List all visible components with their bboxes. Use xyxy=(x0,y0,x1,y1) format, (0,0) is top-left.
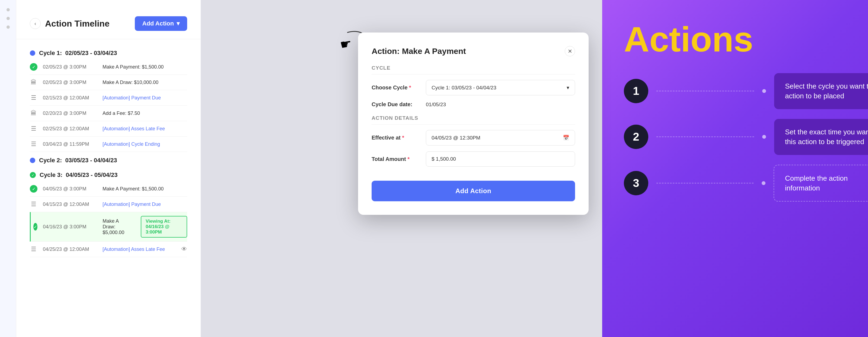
step-1-row: 1 Select the cycle you want the action t… xyxy=(624,73,868,109)
row-action: [Automation] Payment Due xyxy=(102,202,161,207)
connector-dot-3 xyxy=(762,181,766,185)
step-2-text: Set the exact time you want this action … xyxy=(785,128,868,146)
list-icon: ☰ xyxy=(30,94,37,102)
row-time: 03/04/23 @ 11:59PM xyxy=(43,141,97,147)
cycle-due-date-label: Cycle Due date: xyxy=(372,101,421,107)
table-row: ✓ 02/05/23 @ 3:00PM Make A Payment: $1,5… xyxy=(30,59,187,75)
check-icon: ✓ xyxy=(33,223,37,231)
required-marker: * xyxy=(409,85,411,91)
eye-icon[interactable]: 👁 xyxy=(181,246,187,253)
step-3-box: Complete the action information xyxy=(774,165,868,202)
row-action: [Automation] Payment Due xyxy=(102,95,161,101)
table-row: ☰ 02/15/23 @ 12:00AM [Automation] Paymen… xyxy=(30,90,187,106)
back-icon: ‹ xyxy=(34,21,36,27)
page-title: Action Timeline xyxy=(45,19,110,29)
add-action-button[interactable]: Add Action ▾ xyxy=(135,16,187,31)
chevron-down-icon: ▾ xyxy=(177,20,180,27)
row-time: 04/25/23 @ 12:00AM xyxy=(43,246,97,252)
action-details-section-label: Action Details xyxy=(372,115,575,125)
list-icon: ☰ xyxy=(30,245,37,253)
close-icon: ✕ xyxy=(568,48,572,55)
step-3-circle: 3 xyxy=(624,171,648,195)
modal-close-button[interactable]: ✕ xyxy=(565,46,575,56)
step-2-box: Set the exact time you want this action … xyxy=(774,119,868,155)
sidebar-nav-dot xyxy=(6,26,10,29)
timeline-panel: ‹ Action Timeline Add Action ▾ Cycle 1: … xyxy=(16,0,201,337)
effective-at-row: Effective at * 04/05/23 @ 12:30PM 📅 xyxy=(372,130,575,145)
cycle-3-label: Cycle 3: 04/05/23 - 05/04/23 xyxy=(40,171,118,178)
viewing-at-badge: Viewing At: 04/16/23 @ 3:00PM xyxy=(141,216,187,238)
table-row: ☰ 04/15/23 @ 12:00AM [Automation] Paymen… xyxy=(30,197,187,212)
list-icon: ☰ xyxy=(30,140,37,148)
choose-cycle-row: Choose Cycle * Cycle 1: 03/05/23 - 04/04… xyxy=(372,80,575,95)
row-action: Make A Draw: $5,000.00 xyxy=(102,218,131,235)
row-time: 02/20/23 @ 3:00PM xyxy=(43,110,97,116)
bank-icon: 🏛 xyxy=(30,109,37,117)
total-amount-label: Total Amount * xyxy=(372,156,421,162)
header-left: ‹ Action Timeline xyxy=(30,18,110,29)
dashed-line-3 xyxy=(656,183,753,183)
step-2-row: 2 Set the exact time you want this actio… xyxy=(624,119,868,155)
choose-cycle-label: Choose Cycle * xyxy=(372,85,421,91)
cycle-select-value: Cycle 1: 03/05/23 - 04/04/23 xyxy=(432,85,496,91)
step-1-circle: 1 xyxy=(624,79,648,103)
row-time: 04/05/23 @ 3:00PM xyxy=(43,186,97,192)
sidebar-nav-dot xyxy=(6,17,10,20)
right-panel: Actions 1 Select the cycle you want the … xyxy=(602,0,868,337)
total-amount-value: $ 1,500.00 xyxy=(432,156,456,162)
row-time: 02/05/23 @ 3:00PM xyxy=(43,80,97,85)
effective-at-input[interactable]: 04/05/23 @ 12:30PM 📅 xyxy=(426,130,575,145)
step-2-circle: 2 xyxy=(624,125,648,149)
step-1-text: Select the cycle you want the action to … xyxy=(785,82,868,100)
table-row: ☰ 02/25/23 @ 12:00AM [Automation] Asses … xyxy=(30,121,187,137)
dashed-line-2 xyxy=(656,137,754,137)
timeline-body: Cycle 1: 02/05/23 - 03/04/23 ✓ 02/05/23 … xyxy=(16,39,201,263)
row-time: 04/16/23 @ 3:00PM xyxy=(43,224,97,230)
step-3-text: Complete the action information xyxy=(785,174,848,192)
cycle-2-label: Cycle 2: 03/05/23 - 04/04/23 xyxy=(39,157,117,164)
check-icon: ✓ xyxy=(30,63,37,71)
table-row: 🏛 02/20/23 @ 3:00PM Add a Fee: $7.50 xyxy=(30,106,187,121)
row-action: [Automation] Asses Late Fee xyxy=(102,246,165,252)
step-1-box: Select the cycle you want the action to … xyxy=(774,73,868,109)
row-action: Make A Payment: $1,500.00 xyxy=(102,186,163,192)
cycle-select-dropdown[interactable]: Cycle 1: 03/05/23 - 04/04/23 ▾ xyxy=(426,80,575,95)
row-action: Make A Draw: $10,000.00 xyxy=(102,80,158,85)
sidebar xyxy=(0,0,16,337)
calendar-icon: 📅 xyxy=(563,135,569,141)
modal-header: Action: Make A Payment ✕ xyxy=(372,46,575,56)
back-button[interactable]: ‹ xyxy=(30,18,41,29)
row-time: 02/25/23 @ 12:00AM xyxy=(43,126,97,132)
row-action: [Automation] Asses Late Fee xyxy=(102,126,165,132)
table-row: 🏛 02/05/23 @ 3:00PM Make A Draw: $10,000… xyxy=(30,75,187,90)
dashed-line-1 xyxy=(656,91,754,91)
add-action-label: Add Action xyxy=(143,20,174,27)
cycle-3-check-icon: ✓ xyxy=(30,172,36,178)
step-3-row: 3 Complete the action information xyxy=(624,165,868,202)
total-amount-row: Total Amount * $ 1,500.00 xyxy=(372,151,575,167)
cycle-1-label: Cycle 1: 02/05/23 - 03/04/23 xyxy=(39,49,117,57)
bank-icon: 🏛 xyxy=(30,78,37,86)
effective-at-value: 04/05/23 @ 12:30PM xyxy=(432,135,480,141)
table-row: ☰ 04/25/23 @ 12:00AM [Automation] Asses … xyxy=(30,242,187,257)
modal-overlay-area: ☛ Action: Make A Payment ✕ Cycle Choose … xyxy=(201,0,602,337)
timeline-header: ‹ Action Timeline Add Action ▾ xyxy=(16,0,201,39)
effective-at-label: Effective at * xyxy=(372,135,421,141)
list-icon: ☰ xyxy=(30,125,37,132)
row-time: 04/15/23 @ 12:00AM xyxy=(43,202,97,207)
cycle-1-dot xyxy=(30,50,35,56)
modal-title: Action: Make A Payment xyxy=(372,46,466,56)
sidebar-nav-dot xyxy=(6,8,10,11)
cycle-due-date-row: Cycle Due date: 01/05/23 xyxy=(372,101,575,107)
required-marker: * xyxy=(407,156,410,162)
connector-dot-2 xyxy=(762,135,766,139)
add-action-modal-button[interactable]: Add Action xyxy=(372,181,575,201)
action-modal: Action: Make A Payment ✕ Cycle Choose Cy… xyxy=(358,33,589,215)
row-action: Make A Payment: $1,500.00 xyxy=(102,64,163,70)
cycle-1-header: Cycle 1: 02/05/23 - 03/04/23 xyxy=(30,45,187,59)
actions-title: Actions xyxy=(624,22,753,57)
cycle-2-header: Cycle 2: 03/05/23 - 04/04/23 xyxy=(30,152,187,167)
table-row-viewing: ✓ 04/16/23 @ 3:00PM Make A Draw: $5,000.… xyxy=(30,212,187,242)
total-amount-input[interactable]: $ 1,500.00 xyxy=(426,151,575,167)
check-icon: ✓ xyxy=(30,185,37,193)
